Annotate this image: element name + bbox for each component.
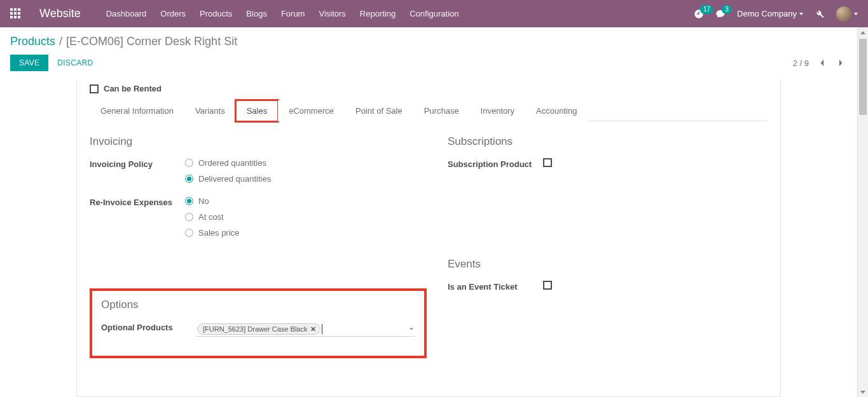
avatar[interactable] [836,6,851,22]
nav-configuration[interactable]: Configuration [410,9,458,18]
subscription-product-label: Subscription Product [448,158,543,169]
debug-icon[interactable] [815,9,825,19]
reinvoice-sales-price[interactable]: Sales price [185,228,410,238]
pager-prev[interactable] [815,57,828,69]
company-selector[interactable]: Demo Company [737,9,803,18]
messages-count: 3 [722,5,732,14]
actions-row: SAVE DISCARD 2 / 9 [0,48,857,80]
reinvoice-expenses-field: Re-Invoice Expenses No At cost [90,196,410,244]
nav-blogs[interactable]: Blogs [246,9,267,18]
tab-point-of-sale[interactable]: Point of Sale [345,100,413,121]
invoicing-policy-ordered[interactable]: Ordered quantities [185,158,410,168]
events-heading: Events [448,258,768,271]
caret-down-icon [799,13,803,15]
left-column: Invoicing Invoicing Policy Ordered quant… [90,135,410,358]
radio-icon [185,213,193,221]
topbar: Website Dashboard Orders Products Blogs … [0,0,868,27]
nav-reporting[interactable]: Reporting [360,9,396,18]
optional-products-input[interactable]: [FURN_5623] Drawer Case Black ✕ [196,321,415,337]
form-sheet: Can be Rented General Information Varian… [76,80,781,397]
topbar-right: 17 3 Demo Company [694,6,858,22]
breadcrumb-root[interactable]: Products [10,35,55,48]
subscription-product-field: Subscription Product [448,158,768,169]
scrollbar-thumb[interactable] [859,39,867,115]
tag-item: [FURN_5623] Drawer Case Black ✕ [197,323,320,335]
messages-indicator[interactable]: 3 [715,9,726,19]
tab-accounting[interactable]: Accounting [525,100,588,121]
invoicing-policy-delivered[interactable]: Delivered quantities [185,174,410,184]
reinvoice-at-cost[interactable]: At cost [185,212,410,222]
event-ticket-checkbox[interactable] [543,281,552,290]
right-column: Subscriptions Subscription Product Event… [448,135,768,358]
apps-icon[interactable] [10,8,22,20]
main-nav: Dashboard Orders Products Blogs Forum Vi… [106,9,694,18]
can-be-rented-checkbox[interactable] [90,84,99,93]
caret-down-icon [854,13,858,15]
discard-button[interactable]: DISCARD [57,58,93,67]
tag-remove-icon[interactable]: ✕ [310,324,316,334]
can-be-rented-label: Can be Rented [104,84,162,93]
subscription-product-checkbox[interactable] [543,158,552,167]
pager: 2 / 9 [793,57,847,69]
tab-sales[interactable]: Sales [236,100,279,121]
tab-inventory[interactable]: Inventory [470,100,525,121]
pager-next[interactable] [834,57,847,69]
nav-orders[interactable]: Orders [160,9,186,18]
event-ticket-label: Is an Event Ticket [448,281,543,292]
radio-icon [185,229,193,237]
options-section: Options Optional Products [FURN_5623] Dr… [90,288,427,358]
text-cursor [322,324,322,334]
vertical-scrollbar[interactable] [857,27,868,397]
activity-indicator[interactable]: 17 [694,9,704,19]
main-content: Products/[E-COM06] Corner Desk Right Sit… [0,27,857,397]
nav-visitors[interactable]: Visitors [319,9,345,18]
optional-products-label: Optional Products [101,321,196,332]
scroll-down-icon[interactable] [858,386,868,397]
activity-count: 17 [700,5,713,14]
reinvoice-no[interactable]: No [185,196,410,206]
options-heading: Options [101,299,415,311]
tab-ecommerce[interactable]: eCommerce [278,100,345,121]
pager-text: 2 / 9 [793,58,809,68]
subscriptions-heading: Subscriptions [448,135,768,148]
nav-dashboard[interactable]: Dashboard [106,9,147,18]
tag-label: [FURN_5623] Drawer Case Black [203,324,307,334]
breadcrumb-current: [E-COM06] Corner Desk Right Sit [66,35,237,48]
radio-icon [185,197,193,205]
optional-products-field: Optional Products [FURN_5623] Drawer Cas… [101,321,415,337]
dropdown-caret-icon[interactable] [409,324,414,333]
invoicing-policy-label: Invoicing Policy [90,158,185,169]
tab-general-information[interactable]: General Information [90,100,184,121]
nav-forum[interactable]: Forum [281,9,305,18]
nav-products[interactable]: Products [200,9,232,18]
event-ticket-field: Is an Event Ticket [448,281,768,292]
tabs: General Information Variants Sales eComm… [90,100,768,121]
invoicing-policy-field: Invoicing Policy Ordered quantities Deli… [90,158,410,190]
radio-icon [185,159,193,167]
reinvoice-expenses-label: Re-Invoice Expenses [90,196,185,207]
brand: Website [39,7,81,20]
can-be-rented-field: Can be Rented [90,80,768,100]
breadcrumb: Products/[E-COM06] Corner Desk Right Sit [10,35,847,48]
tab-purchase[interactable]: Purchase [413,100,470,121]
company-name: Demo Company [737,9,797,18]
scroll-up-icon[interactable] [858,27,868,38]
tab-variants[interactable]: Variants [184,100,236,121]
radio-icon [185,175,193,183]
invoicing-heading: Invoicing [90,135,410,148]
save-button[interactable]: SAVE [10,55,48,71]
